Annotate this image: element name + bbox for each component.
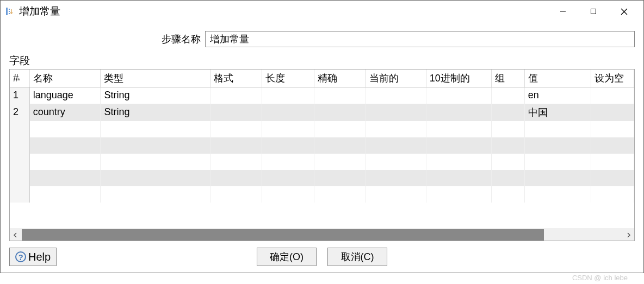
cell-value[interactable]: en (524, 87, 591, 104)
cell-current[interactable] (366, 170, 426, 186)
cell-setnull[interactable] (591, 170, 634, 186)
cell-setnull[interactable] (591, 104, 634, 121)
cell-idx[interactable] (10, 186, 29, 203)
cell-name[interactable] (29, 121, 101, 137)
cell-decimal[interactable] (426, 154, 492, 170)
cell-value[interactable] (524, 137, 591, 154)
cell-format[interactable] (210, 170, 262, 186)
minimize-button[interactable] (548, 2, 578, 21)
cell-group[interactable] (492, 121, 524, 137)
col-header-type[interactable]: 类型 (101, 70, 210, 87)
cell-group[interactable] (492, 154, 524, 170)
cell-precision[interactable] (314, 137, 366, 154)
table-row[interactable] (10, 170, 634, 186)
table-row[interactable] (10, 154, 634, 170)
cell-idx[interactable]: 1 (10, 87, 29, 104)
cell-group[interactable] (492, 104, 524, 121)
cell-type[interactable] (101, 186, 210, 203)
cell-type[interactable]: String (101, 87, 210, 104)
cell-current[interactable] (366, 154, 426, 170)
cell-name[interactable]: country (29, 104, 101, 121)
table-row[interactable] (10, 137, 634, 154)
ok-button[interactable]: 确定(O) (257, 248, 317, 266)
cell-decimal[interactable] (426, 121, 492, 137)
cell-precision[interactable] (314, 186, 366, 203)
cell-current[interactable] (366, 104, 426, 121)
step-name-input[interactable] (205, 31, 635, 47)
cell-group[interactable] (492, 186, 524, 203)
cell-current[interactable] (366, 137, 426, 154)
cell-setnull[interactable] (591, 87, 634, 104)
cell-format[interactable] (210, 121, 262, 137)
cell-length[interactable] (262, 104, 314, 121)
cell-value[interactable] (524, 186, 591, 203)
cell-type[interactable] (101, 121, 210, 137)
cell-group[interactable] (492, 137, 524, 154)
cell-idx[interactable] (10, 121, 29, 137)
cell-group[interactable] (492, 87, 524, 104)
cell-length[interactable] (262, 154, 314, 170)
col-header-format[interactable]: 格式 (210, 70, 262, 87)
cell-current[interactable] (366, 87, 426, 104)
cell-type[interactable] (101, 154, 210, 170)
col-header-name[interactable]: 名称 (29, 70, 101, 87)
col-header-precision[interactable]: 精确 (314, 70, 366, 87)
cell-decimal[interactable] (426, 186, 492, 203)
cell-length[interactable] (262, 121, 314, 137)
cell-decimal[interactable] (426, 104, 492, 121)
cell-idx[interactable] (10, 154, 29, 170)
cell-format[interactable] (210, 154, 262, 170)
cell-length[interactable] (262, 137, 314, 154)
col-header-setnull[interactable]: 设为空 (591, 70, 634, 87)
col-header-value[interactable]: 值 (524, 70, 591, 87)
scroll-thumb[interactable] (544, 229, 622, 241)
cell-length[interactable] (262, 87, 314, 104)
cell-idx[interactable]: 2 (10, 104, 29, 121)
cell-name[interactable] (29, 170, 101, 186)
cancel-button[interactable]: 取消(C) (327, 248, 387, 266)
cell-type[interactable]: String (101, 104, 210, 121)
cell-name[interactable] (29, 137, 101, 154)
scroll-left-button[interactable] (10, 229, 22, 241)
cell-value[interactable]: 中国 (524, 104, 591, 121)
col-header-length[interactable]: 长度 (262, 70, 314, 87)
table-row[interactable] (10, 121, 634, 137)
cell-value[interactable] (524, 170, 591, 186)
help-button[interactable]: ? Help (9, 248, 57, 266)
col-header-idx[interactable]: #▴ (10, 70, 29, 87)
cell-setnull[interactable] (591, 154, 634, 170)
cell-idx[interactable] (10, 170, 29, 186)
cell-precision[interactable] (314, 154, 366, 170)
cell-decimal[interactable] (426, 137, 492, 154)
maximize-button[interactable] (578, 2, 609, 21)
table-row[interactable]: 1languageStringen (10, 87, 634, 104)
col-header-decimal[interactable]: 10进制的 (426, 70, 492, 87)
horizontal-scrollbar[interactable] (10, 229, 634, 241)
fields-table[interactable]: #▴ 名称 类型 格式 长度 精确 当前的 10进制的 组 值 设为空 (10, 70, 634, 203)
cell-name[interactable]: language (29, 87, 101, 104)
cell-group[interactable] (492, 170, 524, 186)
cell-format[interactable] (210, 137, 262, 154)
cell-current[interactable] (366, 186, 426, 203)
cell-type[interactable] (101, 137, 210, 154)
cell-current[interactable] (366, 121, 426, 137)
scroll-right-button[interactable] (622, 229, 634, 241)
cell-type[interactable] (101, 170, 210, 186)
cell-value[interactable] (524, 121, 591, 137)
table-row[interactable] (10, 186, 634, 203)
cell-name[interactable] (29, 186, 101, 203)
cell-format[interactable] (210, 87, 262, 104)
cell-decimal[interactable] (426, 87, 492, 104)
cell-setnull[interactable] (591, 121, 634, 137)
cell-setnull[interactable] (591, 137, 634, 154)
cell-idx[interactable] (10, 137, 29, 154)
cell-format[interactable] (210, 104, 262, 121)
cell-length[interactable] (262, 186, 314, 203)
table-row[interactable]: 2countryString中国 (10, 104, 634, 121)
scroll-track[interactable] (22, 229, 622, 241)
cell-length[interactable] (262, 170, 314, 186)
col-header-group[interactable]: 组 (492, 70, 524, 87)
cell-name[interactable] (29, 154, 101, 170)
cell-decimal[interactable] (426, 170, 492, 186)
cell-precision[interactable] (314, 121, 366, 137)
